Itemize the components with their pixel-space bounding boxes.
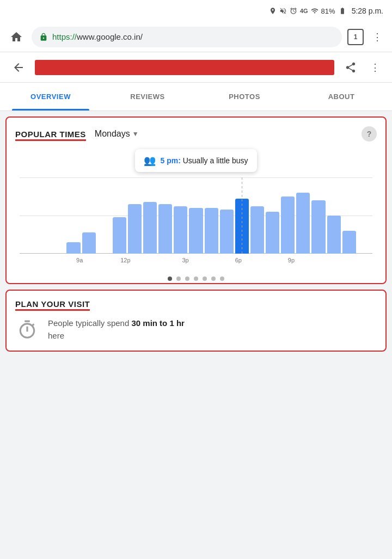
location-icon: [269, 7, 277, 15]
content-area: POPULAR TIMES Mondays ▼ ? 👥 5 pm: Usuall…: [0, 111, 392, 357]
back-button[interactable]: [9, 58, 28, 77]
plan-visit-text: People typically spend 30 min to 1 hr he…: [48, 317, 185, 342]
bar: [250, 206, 264, 254]
bar-wrap: [21, 177, 34, 254]
bar: [296, 193, 310, 254]
browser-menu-button[interactable]: ⋮: [369, 29, 385, 45]
bar: [220, 210, 234, 254]
pagination-dot[interactable]: [176, 277, 181, 281]
plan-visit-title: PLAN YOUR VISIT: [15, 299, 90, 309]
plan-visit-text-end: here: [48, 331, 64, 340]
battery-icon: [338, 7, 347, 15]
bar-wrap: [189, 177, 203, 254]
dots-row: [7, 271, 385, 283]
page-title-redacted: [35, 60, 334, 75]
bar-wrap: [281, 177, 295, 254]
bar-wrap: [342, 177, 356, 254]
tab-count-button[interactable]: 1: [347, 29, 364, 45]
bar: [82, 232, 96, 254]
tooltip-time: 5 pm: Usually a little busy: [160, 156, 248, 165]
plan-visit-inner: PLAN YOUR VISIT People typically spend 3…: [7, 291, 385, 351]
signal-icon: [311, 7, 318, 15]
bar-wrap: [327, 177, 341, 254]
plan-visit-row: People typically spend 30 min to 1 hr he…: [15, 317, 377, 342]
tooltip-message: Usually a little busy: [183, 156, 248, 165]
tab-about[interactable]: ABOUT: [293, 83, 390, 110]
bar-wrap: [250, 177, 264, 254]
tabs-row: OVERVIEW REVIEWS PHOTOS ABOUT: [0, 83, 392, 111]
popular-times-title: POPULAR TIMES: [15, 130, 86, 139]
day-selector[interactable]: Mondays ▼: [95, 129, 139, 139]
bar-wrap: [143, 177, 157, 254]
popular-times-card: POPULAR TIMES Mondays ▼ ? 👥 5 pm: Usuall…: [5, 116, 387, 284]
tooltip-row: 👥 5 pm: Usually a little busy: [15, 149, 377, 172]
bar: [342, 231, 356, 254]
dashed-line: [242, 177, 242, 254]
bar-wrap: [174, 177, 187, 254]
bars-container: [20, 177, 372, 254]
bar-wrap: [113, 177, 126, 254]
bar: [311, 200, 325, 254]
tab-photos[interactable]: PHOTOS: [196, 83, 293, 110]
pagination-dot[interactable]: [194, 277, 198, 281]
url-bar[interactable]: https://https://www.google.co.in/www.goo…: [32, 27, 342, 47]
bar: [174, 206, 187, 254]
lock-icon: [39, 33, 48, 41]
x-axis-label: 9a: [76, 257, 83, 263]
pagination-dot[interactable]: [168, 277, 172, 281]
bar: [143, 202, 157, 254]
chevron-down-icon: ▼: [132, 130, 139, 138]
mute-icon: [279, 7, 287, 15]
plan-visit-duration: 30 min to 1 hr: [131, 318, 185, 328]
bar-wrap: [51, 177, 65, 254]
url-text: https://https://www.google.co.in/www.goo…: [52, 32, 143, 41]
bar: [158, 204, 172, 254]
bar-wrap: [311, 177, 325, 254]
timer-icon: [17, 320, 38, 340]
plan-visit-card: PLAN YOUR VISIT People typically spend 3…: [5, 290, 387, 352]
bar-wrap: [220, 177, 234, 254]
home-button[interactable]: [7, 27, 26, 47]
page-menu-button[interactable]: ⋮: [367, 59, 383, 76]
x-axis: 9a12p3p6p9p: [20, 254, 372, 265]
tab-overview[interactable]: OVERVIEW: [2, 83, 99, 110]
status-bar: 4G 81% 5:28 p.m.: [0, 0, 392, 22]
bar-wrap: [158, 177, 172, 254]
share-button[interactable]: [341, 58, 360, 77]
browser-bar: https://https://www.google.co.in/www.goo…: [0, 22, 392, 52]
people-icon: 👥: [144, 155, 156, 167]
x-axis-label: 3p: [182, 257, 188, 263]
bar-wrap: [36, 177, 50, 254]
popular-times-header: POPULAR TIMES Mondays ▼ ?: [15, 126, 377, 142]
bar-wrap: [266, 177, 279, 254]
pagination-dot[interactable]: [185, 277, 189, 281]
network-type-icon: 4G: [300, 8, 308, 14]
bar: [281, 196, 295, 254]
alarm-icon: [290, 7, 297, 15]
status-time: 5:28 p.m.: [352, 7, 383, 15]
bar-wrap: [296, 177, 310, 254]
help-button[interactable]: ?: [362, 126, 377, 142]
timer-icon-wrap: [15, 318, 39, 342]
day-label: Mondays: [95, 129, 130, 139]
chart-area: 9a12p3p6p9p: [20, 177, 372, 265]
bar: [189, 208, 203, 254]
x-axis-label: 12p: [120, 257, 130, 263]
bar-wrap: [82, 177, 96, 254]
bar-wrap: [205, 177, 218, 254]
pagination-dot[interactable]: [211, 277, 216, 281]
bar: [205, 208, 218, 254]
sub-bar: ⋮: [0, 52, 392, 83]
bar: [113, 217, 126, 254]
status-icons: 4G 81% 5:28 p.m.: [269, 7, 383, 15]
pagination-dot[interactable]: [220, 277, 224, 281]
pagination-dot[interactable]: [203, 277, 207, 281]
bar: [66, 242, 80, 254]
popular-times-title-area: POPULAR TIMES Mondays ▼: [15, 129, 139, 139]
tab-reviews[interactable]: REVIEWS: [99, 83, 196, 110]
popular-times-inner: POPULAR TIMES Mondays ▼ ? 👥 5 pm: Usuall…: [7, 118, 385, 271]
battery-percent: 81%: [321, 7, 335, 15]
bar: [327, 216, 341, 254]
bar-wrap: [97, 177, 111, 254]
x-axis-label: 6p: [235, 257, 242, 263]
